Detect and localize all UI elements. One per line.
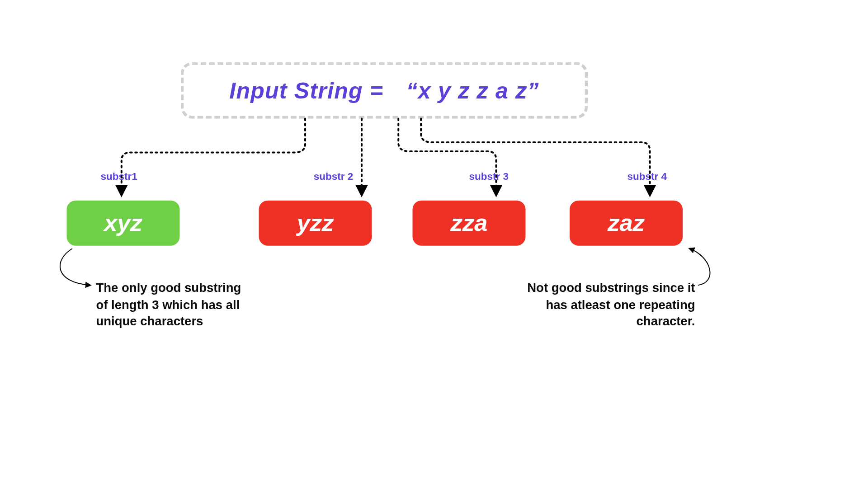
substr3-card: zza — [413, 201, 526, 246]
input-string-label: Input String = — [229, 78, 383, 103]
input-string-text: Input String = “x y z z a z” — [229, 78, 539, 103]
connector-3 — [398, 119, 496, 195]
substr4-text: zaz — [608, 210, 645, 237]
connector-1 — [122, 119, 305, 195]
input-string-value: “x y z z a z” — [406, 78, 539, 103]
note-good: The only good substring of length 3 whic… — [96, 280, 255, 330]
connector-4 — [421, 119, 650, 195]
substr4-card: zaz — [570, 201, 683, 246]
input-string-box: Input String = “x y z z a z” — [181, 62, 588, 119]
substr3-text: zza — [451, 210, 488, 237]
substr1-label: substr1 — [101, 171, 137, 183]
diagram-canvas: Input String = “x y z z a z” substr1 sub… — [0, 0, 868, 488]
substr4-label: substr 4 — [627, 171, 667, 183]
substr3-label: substr 3 — [469, 171, 509, 183]
substr1-card: xyz — [67, 201, 180, 246]
note-bad: Not good substrings since it has atleast… — [526, 280, 695, 330]
substr2-label: substr 2 — [314, 171, 354, 183]
note-arrow-left — [60, 249, 90, 285]
substr2-text: yzz — [297, 210, 334, 237]
substr2-card: yzz — [259, 201, 372, 246]
substr1-text: xyz — [104, 210, 142, 237]
